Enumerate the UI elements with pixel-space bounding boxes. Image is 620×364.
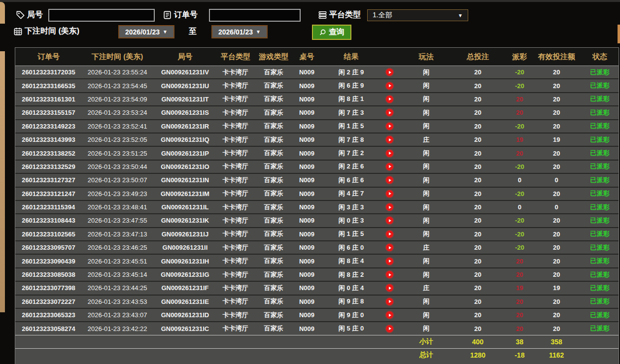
date-from-picker[interactable]: 2026/01/23 ▼ (118, 25, 174, 38)
cell-table-no: N009 (293, 203, 320, 211)
cell-payout: 20 (507, 271, 532, 278)
chevron-down-icon: ▼ (256, 29, 261, 34)
cell-game-type: 百家乐 (254, 297, 293, 306)
play-video-icon[interactable] (386, 325, 393, 332)
play-video-icon[interactable] (386, 163, 393, 170)
cell-game-type: 百家乐 (254, 176, 293, 185)
chevron-down-icon: ▼ (163, 29, 168, 34)
cell-round-no: GN009261231IF (153, 284, 217, 292)
cell-result: 闲 6 庄 6 (320, 176, 404, 185)
cell-order-no: 260123233115394 (15, 203, 82, 211)
result-text: 闲 7 庄 3 (320, 108, 382, 117)
cell-game-type: 百家乐 (254, 162, 293, 171)
cell-platform: 卡卡湾厅 (217, 216, 254, 225)
result-text: 闲 9 庄 0 (320, 311, 382, 320)
cell-game-type: 百家乐 (254, 284, 293, 293)
cell-bet-time: 2026-01-23 23:52:05 (82, 136, 153, 143)
play-video-icon[interactable] (386, 190, 393, 198)
cell-round-no: GN009261231IJ (153, 231, 217, 238)
result-text: 闲 1 庄 5 (320, 122, 382, 131)
cell-result: 闲 7 庄 2 (320, 149, 404, 158)
table-row: 2601232331084432026-01-23 23:47:55GN0092… (15, 213, 619, 227)
cell-round-no: GN009261231IU (153, 82, 217, 90)
play-video-icon[interactable] (386, 150, 393, 157)
column-header: 桌号 (293, 52, 320, 62)
cell-platform: 卡卡湾厅 (217, 122, 254, 131)
cell-result: 闲 6 庄 0 (320, 243, 404, 252)
cell-round-no: GN009261231IM (153, 190, 217, 198)
cell-round-no: GN009261231IE (153, 298, 217, 305)
cell-payout: -20 (507, 163, 532, 170)
result-text: 闲 8 庄 2 (320, 270, 382, 279)
cell-result: 闲 1 庄 5 (320, 230, 404, 238)
date-to-picker[interactable]: 2026/01/23 ▼ (211, 25, 268, 38)
play-video-icon[interactable] (386, 217, 393, 224)
cell-platform: 卡卡湾厅 (217, 135, 254, 144)
play-video-icon[interactable] (386, 231, 393, 238)
search-icon (319, 29, 327, 36)
play-video-icon[interactable] (386, 311, 393, 319)
cell-order-no: 260123233127327 (15, 176, 82, 184)
table-row: 2601232330653232026-01-23 23:43:07GN0092… (15, 308, 619, 321)
play-video-icon[interactable] (386, 298, 393, 305)
column-header: 派彩 (507, 52, 532, 62)
result-text: 闲 7 庄 2 (320, 149, 382, 158)
cell-play-type: 庄 (404, 135, 448, 144)
play-video-icon[interactable] (386, 123, 393, 130)
total-row-payout: -18 (507, 351, 532, 359)
cell-total-bet: 20 (448, 311, 508, 319)
cell-total-bet: 20 (448, 176, 508, 184)
cell-total-bet: 20 (448, 231, 508, 238)
cell-play-type: 闲 (404, 122, 448, 131)
order-label: 订单号 (174, 10, 198, 20)
play-video-icon[interactable] (386, 136, 393, 143)
cell-table-no: N009 (293, 123, 320, 130)
play-video-icon[interactable] (386, 96, 393, 103)
total-row-valid-bet: 1162 (532, 351, 581, 359)
search-button[interactable]: 查询 (312, 25, 351, 40)
play-video-icon[interactable] (386, 203, 393, 211)
cell-valid-bet: 20 (532, 271, 581, 278)
cell-payout: -20 (507, 231, 532, 238)
cell-valid-bet: 0 (532, 203, 581, 211)
play-video-icon[interactable] (386, 82, 393, 90)
table-row: 2601232331273272026-01-23 23:50:07GN0092… (15, 173, 619, 186)
cell-result: 闲 2 庄 6 (320, 162, 404, 171)
play-video-icon[interactable] (386, 284, 393, 292)
table-row: 2601232330850382026-01-23 23:45:14GN0092… (15, 267, 619, 281)
play-video-icon[interactable] (386, 176, 393, 184)
cell-order-no: 260123233102565 (15, 231, 82, 238)
cell-platform: 卡卡湾厅 (217, 311, 254, 320)
background-artwork-sliver (618, 25, 620, 43)
cell-game-type: 百家乐 (254, 108, 293, 117)
play-video-icon[interactable] (386, 271, 393, 278)
result-text: 闲 9 庄 8 (320, 297, 382, 306)
cell-order-no: 260123233149223 (15, 123, 82, 130)
cell-bet-time: 2026-01-23 23:50:07 (82, 176, 153, 184)
play-video-icon[interactable] (386, 109, 393, 116)
cell-play-type: 闲 (404, 324, 448, 333)
cell-valid-bet: 20 (532, 244, 581, 251)
result-text: 闲 8 庄 4 (320, 257, 382, 265)
platform-select[interactable]: 1.全部 ▼ (367, 9, 468, 21)
play-video-icon[interactable] (386, 68, 393, 76)
to-label: 至 (189, 27, 197, 37)
cell-result: 闲 6 庄 9 (320, 81, 404, 90)
cell-bet-time: 2026-01-23 23:48:41 (82, 203, 153, 211)
order-input[interactable] (210, 10, 300, 21)
cell-total-bet: 20 (448, 123, 508, 130)
cell-platform: 卡卡湾厅 (217, 162, 254, 171)
cell-bet-time: 2026-01-23 23:50:44 (82, 163, 153, 170)
cell-play-type: 闲 (404, 176, 448, 185)
cell-payout: 20 (507, 96, 532, 103)
play-video-icon[interactable] (386, 244, 393, 251)
cell-status: 已派彩 (581, 68, 619, 77)
round-input[interactable] (49, 10, 154, 21)
table-row: 2601232331720352026-01-23 23:55:24GN0092… (15, 66, 619, 78)
cell-game-type: 百家乐 (254, 270, 293, 279)
play-video-icon[interactable] (386, 258, 393, 265)
cell-status: 已派彩 (581, 95, 619, 103)
result-text: 闲 6 庄 9 (320, 81, 382, 90)
cell-platform: 卡卡湾厅 (217, 243, 254, 252)
cell-order-no: 260123233095707 (15, 244, 82, 251)
